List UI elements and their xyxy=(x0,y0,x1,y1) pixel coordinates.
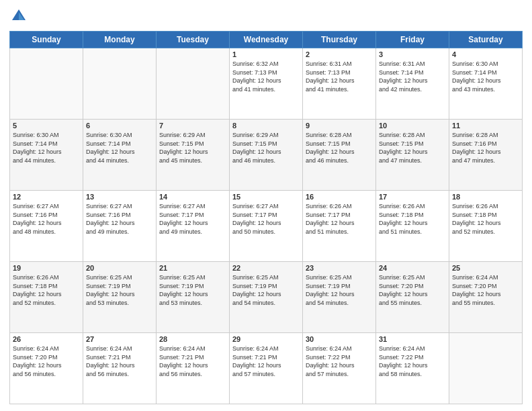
day-cell xyxy=(10,48,83,120)
day-number: 19 xyxy=(13,264,80,272)
day-cell: 14Sunrise: 6:27 AM Sunset: 7:17 PM Dayli… xyxy=(157,191,230,262)
day-cell: 31Sunrise: 6:24 AM Sunset: 7:22 PM Dayli… xyxy=(376,333,449,404)
day-number: 23 xyxy=(306,264,373,272)
day-info: Sunrise: 6:24 AM Sunset: 7:22 PM Dayligh… xyxy=(306,345,373,378)
day-info: Sunrise: 6:27 AM Sunset: 7:17 PM Dayligh… xyxy=(232,202,300,236)
day-number: 10 xyxy=(379,122,446,130)
header xyxy=(9,7,523,26)
day-header-sunday: Sunday xyxy=(10,32,83,48)
day-info: Sunrise: 6:31 AM Sunset: 7:14 PM Dayligh… xyxy=(379,60,446,93)
day-cell: 3Sunrise: 6:31 AM Sunset: 7:14 PM Daylig… xyxy=(376,48,449,120)
days-header-row: SundayMondayTuesdayWednesdayThursdayFrid… xyxy=(10,32,523,48)
day-cell: 26Sunrise: 6:24 AM Sunset: 7:20 PM Dayli… xyxy=(10,333,83,404)
day-info: Sunrise: 6:27 AM Sunset: 7:17 PM Dayligh… xyxy=(159,202,226,236)
day-cell: 8Sunrise: 6:29 AM Sunset: 7:15 PM Daylig… xyxy=(230,120,303,191)
day-cell: 11Sunrise: 6:28 AM Sunset: 7:16 PM Dayli… xyxy=(449,120,523,191)
day-info: Sunrise: 6:24 AM Sunset: 7:21 PM Dayligh… xyxy=(232,345,300,378)
day-header-tuesday: Tuesday xyxy=(157,32,230,48)
day-number: 21 xyxy=(159,264,226,272)
day-info: Sunrise: 6:28 AM Sunset: 7:15 PM Dayligh… xyxy=(379,131,446,165)
day-cell: 4Sunrise: 6:30 AM Sunset: 7:14 PM Daylig… xyxy=(449,48,523,120)
calendar: SundayMondayTuesdayWednesdayThursdayFrid… xyxy=(9,31,523,404)
day-cell: 18Sunrise: 6:26 AM Sunset: 7:18 PM Dayli… xyxy=(449,191,523,262)
day-cell: 10Sunrise: 6:28 AM Sunset: 7:15 PM Dayli… xyxy=(376,120,449,191)
day-number: 17 xyxy=(379,193,446,201)
day-cell: 13Sunrise: 6:27 AM Sunset: 7:16 PM Dayli… xyxy=(83,191,157,262)
day-number: 29 xyxy=(232,335,300,343)
day-number: 3 xyxy=(379,50,446,58)
week-row-4: 19Sunrise: 6:26 AM Sunset: 7:18 PM Dayli… xyxy=(10,262,523,333)
day-number: 2 xyxy=(306,50,373,58)
day-number: 8 xyxy=(232,122,300,130)
day-cell: 23Sunrise: 6:25 AM Sunset: 7:19 PM Dayli… xyxy=(303,262,376,333)
day-number: 4 xyxy=(452,50,519,58)
day-cell: 7Sunrise: 6:29 AM Sunset: 7:15 PM Daylig… xyxy=(157,120,230,191)
day-number: 25 xyxy=(452,264,519,272)
day-cell: 19Sunrise: 6:26 AM Sunset: 7:18 PM Dayli… xyxy=(10,262,83,333)
day-info: Sunrise: 6:25 AM Sunset: 7:19 PM Dayligh… xyxy=(86,273,153,307)
day-cell: 15Sunrise: 6:27 AM Sunset: 7:17 PM Dayli… xyxy=(230,191,303,262)
day-cell xyxy=(449,333,523,404)
day-header-friday: Friday xyxy=(376,32,449,48)
week-row-5: 26Sunrise: 6:24 AM Sunset: 7:20 PM Dayli… xyxy=(10,333,523,404)
week-row-2: 5Sunrise: 6:30 AM Sunset: 7:14 PM Daylig… xyxy=(10,120,523,191)
day-number: 31 xyxy=(379,335,446,343)
day-number: 27 xyxy=(86,335,153,343)
day-number: 7 xyxy=(159,122,226,130)
day-number: 30 xyxy=(306,335,373,343)
day-header-saturday: Saturday xyxy=(449,32,523,48)
day-info: Sunrise: 6:25 AM Sunset: 7:20 PM Dayligh… xyxy=(379,273,446,307)
day-cell: 20Sunrise: 6:25 AM Sunset: 7:19 PM Dayli… xyxy=(83,262,157,333)
day-info: Sunrise: 6:25 AM Sunset: 7:19 PM Dayligh… xyxy=(159,273,226,307)
day-info: Sunrise: 6:24 AM Sunset: 7:20 PM Dayligh… xyxy=(13,345,80,378)
day-cell: 24Sunrise: 6:25 AM Sunset: 7:20 PM Dayli… xyxy=(376,262,449,333)
day-cell: 29Sunrise: 6:24 AM Sunset: 7:21 PM Dayli… xyxy=(230,333,303,404)
day-cell: 17Sunrise: 6:26 AM Sunset: 7:18 PM Dayli… xyxy=(376,191,449,262)
day-info: Sunrise: 6:29 AM Sunset: 7:15 PM Dayligh… xyxy=(159,131,226,165)
day-number: 14 xyxy=(159,193,226,201)
day-info: Sunrise: 6:32 AM Sunset: 7:13 PM Dayligh… xyxy=(232,60,300,93)
day-cell: 5Sunrise: 6:30 AM Sunset: 7:14 PM Daylig… xyxy=(10,120,83,191)
calendar-header: SundayMondayTuesdayWednesdayThursdayFrid… xyxy=(10,32,523,48)
logo-icon xyxy=(9,7,28,26)
day-info: Sunrise: 6:24 AM Sunset: 7:20 PM Dayligh… xyxy=(452,273,519,307)
day-cell xyxy=(83,48,157,120)
day-info: Sunrise: 6:25 AM Sunset: 7:19 PM Dayligh… xyxy=(232,273,300,307)
day-info: Sunrise: 6:27 AM Sunset: 7:16 PM Dayligh… xyxy=(13,202,80,236)
week-row-1: 1Sunrise: 6:32 AM Sunset: 7:13 PM Daylig… xyxy=(10,48,523,120)
week-row-3: 12Sunrise: 6:27 AM Sunset: 7:16 PM Dayli… xyxy=(10,191,523,262)
day-cell: 9Sunrise: 6:28 AM Sunset: 7:15 PM Daylig… xyxy=(303,120,376,191)
day-cell: 30Sunrise: 6:24 AM Sunset: 7:22 PM Dayli… xyxy=(303,333,376,404)
day-number: 11 xyxy=(452,122,519,130)
day-number: 24 xyxy=(379,264,446,272)
day-info: Sunrise: 6:28 AM Sunset: 7:16 PM Dayligh… xyxy=(452,131,519,165)
day-info: Sunrise: 6:30 AM Sunset: 7:14 PM Dayligh… xyxy=(452,60,519,93)
day-number: 20 xyxy=(86,264,153,272)
day-info: Sunrise: 6:26 AM Sunset: 7:18 PM Dayligh… xyxy=(452,202,519,236)
day-info: Sunrise: 6:24 AM Sunset: 7:22 PM Dayligh… xyxy=(379,345,446,378)
day-cell: 27Sunrise: 6:24 AM Sunset: 7:21 PM Dayli… xyxy=(83,333,157,404)
day-cell xyxy=(157,48,230,120)
day-cell: 25Sunrise: 6:24 AM Sunset: 7:20 PM Dayli… xyxy=(449,262,523,333)
day-info: Sunrise: 6:31 AM Sunset: 7:13 PM Dayligh… xyxy=(306,60,373,93)
logo xyxy=(9,7,31,26)
day-number: 9 xyxy=(306,122,373,130)
day-number: 18 xyxy=(452,193,519,201)
day-header-thursday: Thursday xyxy=(303,32,376,48)
day-number: 22 xyxy=(232,264,300,272)
day-info: Sunrise: 6:24 AM Sunset: 7:21 PM Dayligh… xyxy=(159,345,226,378)
day-cell: 12Sunrise: 6:27 AM Sunset: 7:16 PM Dayli… xyxy=(10,191,83,262)
day-info: Sunrise: 6:27 AM Sunset: 7:16 PM Dayligh… xyxy=(86,202,153,236)
day-cell: 16Sunrise: 6:26 AM Sunset: 7:17 PM Dayli… xyxy=(303,191,376,262)
calendar-body: 1Sunrise: 6:32 AM Sunset: 7:13 PM Daylig… xyxy=(10,48,523,404)
day-cell: 22Sunrise: 6:25 AM Sunset: 7:19 PM Dayli… xyxy=(230,262,303,333)
day-header-monday: Monday xyxy=(83,32,157,48)
day-number: 15 xyxy=(232,193,300,201)
day-cell: 28Sunrise: 6:24 AM Sunset: 7:21 PM Dayli… xyxy=(157,333,230,404)
day-info: Sunrise: 6:26 AM Sunset: 7:17 PM Dayligh… xyxy=(306,202,373,236)
day-info: Sunrise: 6:29 AM Sunset: 7:15 PM Dayligh… xyxy=(232,131,300,165)
day-header-wednesday: Wednesday xyxy=(230,32,303,48)
day-info: Sunrise: 6:26 AM Sunset: 7:18 PM Dayligh… xyxy=(13,273,80,307)
day-info: Sunrise: 6:30 AM Sunset: 7:14 PM Dayligh… xyxy=(86,131,153,165)
page: SundayMondayTuesdayWednesdayThursdayFrid… xyxy=(0,0,532,411)
